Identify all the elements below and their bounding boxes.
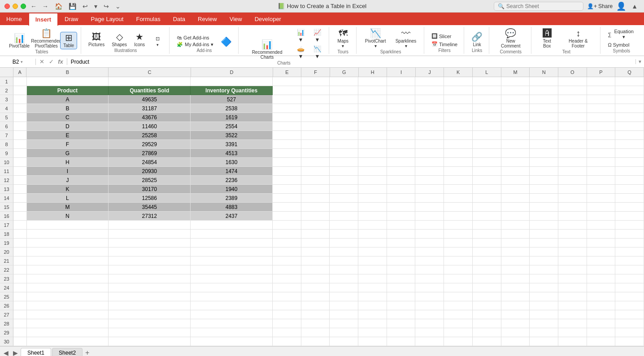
cell-a14[interactable]	[13, 194, 27, 203]
cell-col7-11[interactable]	[330, 167, 358, 176]
scroll-right-tab[interactable]: ▶	[11, 349, 20, 356]
cell-a24[interactable]	[13, 283, 27, 292]
cell-col12-16[interactable]	[473, 212, 501, 221]
cell-col9-6[interactable]	[387, 122, 416, 131]
cell-col12-19[interactable]	[473, 239, 501, 247]
cell-col10-23[interactable]	[415, 274, 444, 283]
cell-col10-18[interactable]	[415, 230, 444, 239]
search-input[interactable]	[506, 3, 578, 9]
cell-col9-28[interactable]	[387, 319, 416, 328]
cell-a19[interactable]	[13, 239, 27, 247]
cell-col8-28[interactable]	[358, 319, 387, 328]
cell-d12[interactable]: 2236	[191, 176, 273, 185]
cell-col8-18[interactable]	[358, 230, 387, 239]
cell-col16-3[interactable]	[587, 95, 616, 104]
cell-e1[interactable]	[273, 77, 301, 86]
cell-c11[interactable]: 20930	[109, 167, 191, 176]
cell-col13-21[interactable]	[501, 256, 530, 265]
cell-col6-23[interactable]	[301, 274, 330, 283]
cell-col14-28[interactable]	[530, 319, 558, 328]
cell-b21[interactable]	[27, 256, 109, 265]
cell-d22[interactable]	[191, 265, 273, 274]
cell-d3[interactable]: 527	[191, 95, 273, 104]
cell-col15-14[interactable]	[558, 194, 587, 203]
cell-col7-24[interactable]	[330, 283, 358, 292]
cell-col12-14[interactable]	[473, 194, 501, 203]
cell-col17-9[interactable]	[615, 149, 644, 158]
cell-c14[interactable]: 12586	[109, 194, 191, 203]
add-sheet-button[interactable]: +	[83, 349, 91, 356]
cell-col14-16[interactable]	[530, 212, 558, 221]
cell-col12-13[interactable]	[473, 185, 501, 194]
cell-col10-13[interactable]	[415, 185, 444, 194]
cell-col10-4[interactable]	[415, 104, 444, 113]
cell-ref-dropdown[interactable]: ▾	[21, 60, 23, 64]
cell-f1[interactable]	[301, 77, 330, 86]
cell-col12-3[interactable]	[473, 95, 501, 104]
cell-a15[interactable]	[13, 203, 27, 212]
cell-col8-6[interactable]	[358, 122, 387, 131]
cell-col6-16[interactable]	[301, 212, 330, 221]
cell-col12-27[interactable]	[473, 310, 501, 319]
cell-col7-7[interactable]	[330, 131, 358, 140]
cell-col11-16[interactable]	[444, 212, 473, 221]
cell-col11-11[interactable]	[444, 167, 473, 176]
cell-col13-22[interactable]	[501, 265, 530, 274]
cell-col9-23[interactable]	[387, 274, 416, 283]
cell-col11-22[interactable]	[444, 265, 473, 274]
cell-h1[interactable]	[358, 77, 387, 86]
cell-c4[interactable]: 31187	[109, 104, 191, 113]
cell-col11-3[interactable]	[444, 95, 473, 104]
cell-col8-11[interactable]	[358, 167, 387, 176]
cell-col16-21[interactable]	[587, 256, 616, 265]
cell-col13-8[interactable]	[501, 140, 530, 149]
cell-col9-27[interactable]	[387, 310, 416, 319]
cell-col13-16[interactable]	[501, 212, 530, 221]
cell-d13[interactable]: 1940	[191, 185, 273, 194]
cell-col9-13[interactable]	[387, 185, 416, 194]
cell-col13-24[interactable]	[501, 283, 530, 292]
cell-col12-5[interactable]	[473, 113, 501, 122]
cell-col5-16[interactable]	[273, 212, 301, 221]
cell-col15-24[interactable]	[558, 283, 587, 292]
cell-col15-9[interactable]	[558, 149, 587, 158]
cell-col15-8[interactable]	[558, 140, 587, 149]
formula-input[interactable]: Product	[67, 59, 635, 65]
cell-d24[interactable]	[191, 283, 273, 292]
cell-a1[interactable]	[13, 77, 27, 86]
cell-a29[interactable]	[13, 328, 27, 337]
cell-col5-15[interactable]	[273, 203, 301, 212]
cell-col10-8[interactable]	[415, 140, 444, 149]
cell-col7-30[interactable]	[330, 337, 358, 346]
cell-n1[interactable]	[530, 77, 558, 86]
cell-col16-13[interactable]	[587, 185, 616, 194]
formula-expand[interactable]: ▼	[635, 59, 644, 64]
cell-col8-8[interactable]	[358, 140, 387, 149]
cell-g1[interactable]	[330, 77, 358, 86]
cell-col11-8[interactable]	[444, 140, 473, 149]
cell-col13-19[interactable]	[501, 239, 530, 247]
cell-col6-28[interactable]	[301, 319, 330, 328]
sheet-tab-1[interactable]: Sheet1	[21, 348, 51, 356]
cell-col14-30[interactable]	[530, 337, 558, 346]
cell-col16-14[interactable]	[587, 194, 616, 203]
share-button[interactable]: 👤+ Share	[587, 3, 613, 9]
cell-col9-7[interactable]	[387, 131, 416, 140]
cell-col16-16[interactable]	[587, 212, 616, 221]
cell-a2[interactable]	[13, 86, 27, 95]
cell-col16-20[interactable]	[587, 247, 616, 256]
cell-col13-17[interactable]	[501, 221, 530, 230]
cell-col17-10[interactable]	[615, 158, 644, 167]
cell-col6-5[interactable]	[301, 113, 330, 122]
ribbon-collapse[interactable]: ▲	[630, 2, 640, 11]
cell-b17[interactable]	[27, 221, 109, 230]
cell-i2[interactable]	[387, 86, 416, 95]
col-header-l[interactable]: L	[473, 68, 501, 77]
cell-col12-24[interactable]	[473, 283, 501, 292]
cell-b16[interactable]: N	[27, 212, 109, 221]
col-header-c[interactable]: C	[109, 68, 191, 77]
cell-col17-16[interactable]	[615, 212, 644, 221]
scatter-chart-button[interactable]: 📈▾	[309, 28, 325, 44]
cell-col17-5[interactable]	[615, 113, 644, 122]
cell-col6-17[interactable]	[301, 221, 330, 230]
